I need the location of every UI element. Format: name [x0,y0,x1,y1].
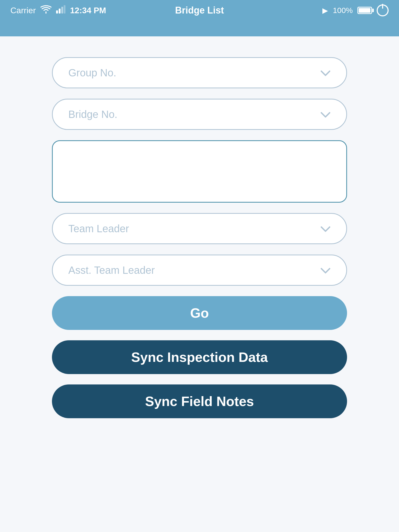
status-bar-left: Carrier 12:34 PM [10,5,106,16]
svg-rect-1 [59,9,61,14]
asst-team-leader-label: Asst. Team Leader [68,264,155,276]
group-no-chevron-icon [320,67,331,79]
header-extension [0,21,399,36]
bridge-no-chevron-icon [320,109,331,120]
asst-team-leader-chevron-icon [320,264,331,276]
time-label: 12:34 PM [70,6,106,15]
carrier-label: Carrier [10,6,36,15]
sync-field-notes-label: Sync Field Notes [145,394,254,409]
go-button-label: Go [190,305,209,321]
bridge-no-dropdown[interactable]: Bridge No. [52,99,347,130]
location-icon: ▶ [322,6,328,15]
sync-inspection-data-button[interactable]: Sync Inspection Data [52,340,347,374]
svg-rect-3 [64,5,65,14]
team-leader-chevron-icon [320,223,331,235]
notes-textarea[interactable] [52,140,347,203]
status-bar: Carrier 12:34 PM Bridge List ▶ 100% [0,0,399,21]
status-bar-right: ▶ 100% [322,4,389,16]
main-content: Group No. Bridge No. Team Leader Asst. T… [0,36,399,434]
sync-field-notes-button[interactable]: Sync Field Notes [52,384,347,418]
wifi-icon [41,5,51,16]
status-bar-center: Bridge List [175,5,224,16]
asst-team-leader-dropdown[interactable]: Asst. Team Leader [52,255,347,286]
battery-percent-label: 100% [333,6,353,15]
signal-icon [56,5,65,16]
sync-inspection-data-label: Sync Inspection Data [131,349,268,365]
svg-rect-2 [61,7,63,14]
team-leader-dropdown[interactable]: Team Leader [52,213,347,244]
page-title: Bridge List [175,5,224,16]
svg-rect-0 [56,10,58,14]
battery-icon [357,7,372,14]
group-no-dropdown[interactable]: Group No. [52,57,347,88]
go-button[interactable]: Go [52,296,347,330]
bridge-no-label: Bridge No. [68,109,117,120]
team-leader-label: Team Leader [68,223,129,235]
group-no-label: Group No. [68,67,116,79]
power-icon [377,4,389,16]
